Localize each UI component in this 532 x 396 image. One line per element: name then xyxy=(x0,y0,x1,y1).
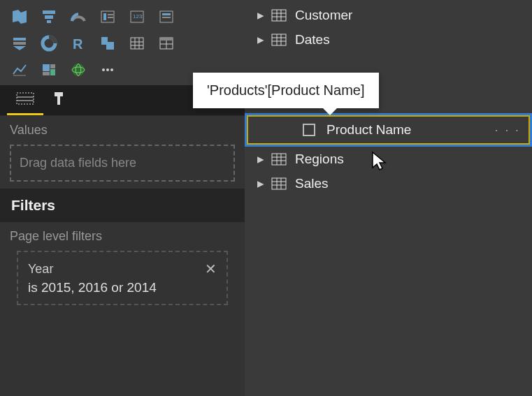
svg-rect-22 xyxy=(160,38,173,41)
svg-rect-13 xyxy=(13,42,26,45)
svg-rect-40 xyxy=(272,10,286,21)
card-icon[interactable] xyxy=(94,4,122,29)
svg-rect-16 xyxy=(131,38,143,49)
table-customer[interactable]: ▸ Customer xyxy=(245,3,532,27)
slicer-icon[interactable] xyxy=(6,31,34,56)
chevron-right-icon: ▸ xyxy=(256,31,266,47)
globe-icon[interactable] xyxy=(64,57,92,82)
svg-rect-6 xyxy=(108,17,113,18)
checkbox[interactable] xyxy=(303,124,315,136)
gauge-icon[interactable] xyxy=(64,4,92,29)
chevron-right-icon: ▸ xyxy=(256,7,266,23)
table-label: Customer xyxy=(295,8,352,23)
svg-text:123: 123 xyxy=(133,13,143,20)
fields-tab[interactable] xyxy=(7,85,43,115)
svg-point-33 xyxy=(106,68,109,71)
svg-rect-29 xyxy=(43,72,50,75)
svg-rect-55 xyxy=(272,178,286,189)
filters-header[interactable]: Filters xyxy=(0,189,245,222)
line-chart-icon[interactable] xyxy=(6,57,34,82)
filter-field-name: Year xyxy=(28,262,53,277)
fields-panel: ▸ Customer ▸ Dates Index Product Name · … xyxy=(245,0,532,396)
svg-rect-35 xyxy=(17,93,34,104)
svg-rect-0 xyxy=(43,10,55,14)
page-level-filters-label: Page level filters xyxy=(10,229,235,244)
svg-point-34 xyxy=(110,68,113,71)
table-label: Regions xyxy=(295,152,344,167)
svg-rect-50 xyxy=(272,154,286,165)
table-icon xyxy=(271,177,287,190)
table-icon xyxy=(271,34,287,46)
chevron-right-icon: ▸ xyxy=(256,151,266,167)
filter-summary: is 2015, 2016 or 2014 xyxy=(28,280,217,295)
kpi-icon[interactable]: 123 xyxy=(123,4,151,29)
page-filters-section: Page level filters Year ✕ is 2015, 2016 … xyxy=(0,222,245,316)
chevron-right-icon: ▸ xyxy=(256,175,266,191)
svg-rect-39 xyxy=(57,96,60,105)
donut-icon[interactable] xyxy=(35,31,63,56)
svg-rect-28 xyxy=(50,69,55,75)
visualizations-panel: 123 R Values Drag data fields here Filte… xyxy=(0,0,245,396)
svg-rect-1 xyxy=(45,15,53,19)
table-label: Dates xyxy=(295,32,330,47)
values-label: Values xyxy=(10,123,235,138)
filter-card[interactable]: Year ✕ is 2015, 2016 or 2014 xyxy=(17,251,228,305)
multi-card-icon[interactable] xyxy=(152,4,180,29)
table-icon xyxy=(271,153,287,166)
format-tab[interactable] xyxy=(43,85,80,115)
table-icon[interactable] xyxy=(123,31,151,56)
field-product-name[interactable]: Product Name · · · xyxy=(245,113,532,147)
svg-rect-27 xyxy=(50,64,55,68)
table-dates[interactable]: ▸ Dates xyxy=(245,27,532,52)
shape-map-icon[interactable] xyxy=(94,31,122,56)
treemap-icon[interactable] xyxy=(35,57,63,82)
svg-text:R: R xyxy=(73,36,83,52)
cursor-icon xyxy=(371,151,389,172)
close-icon[interactable]: ✕ xyxy=(205,261,217,277)
filled-map-icon[interactable] xyxy=(6,4,34,29)
matrix-icon[interactable] xyxy=(152,31,180,56)
funnel-icon[interactable] xyxy=(35,4,63,29)
table-icon xyxy=(271,9,287,22)
tooltip: 'Products'[Product Name] xyxy=(193,73,379,108)
more-icon[interactable]: · · · xyxy=(495,122,520,138)
svg-rect-4 xyxy=(103,13,106,20)
svg-rect-45 xyxy=(272,34,286,45)
svg-rect-10 xyxy=(162,13,171,15)
r-visual-icon[interactable]: R xyxy=(64,31,92,56)
svg-rect-38 xyxy=(55,92,63,96)
svg-rect-12 xyxy=(13,38,26,41)
svg-point-32 xyxy=(102,68,105,71)
svg-point-30 xyxy=(72,64,85,76)
svg-rect-2 xyxy=(47,20,51,23)
table-sales[interactable]: ▸ Sales xyxy=(245,171,532,196)
field-label: Product Name xyxy=(326,122,411,138)
more-icon[interactable] xyxy=(94,57,122,82)
svg-rect-26 xyxy=(43,64,50,71)
values-section: Values Drag data fields here xyxy=(0,116,245,189)
table-label: Sales xyxy=(295,176,329,191)
svg-rect-5 xyxy=(108,14,113,15)
svg-rect-11 xyxy=(162,17,171,18)
values-drop-zone[interactable]: Drag data fields here xyxy=(10,145,235,182)
